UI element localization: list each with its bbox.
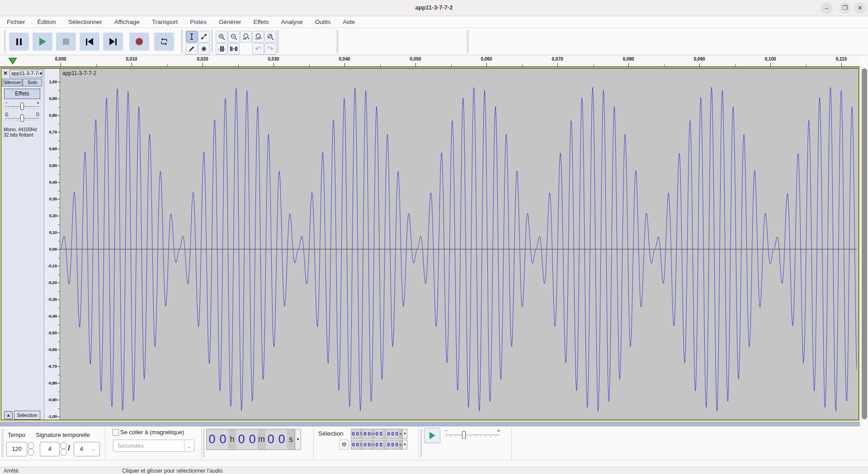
selection-start-digit[interactable]: 0 bbox=[375, 429, 379, 438]
record-meter-grip[interactable] bbox=[336, 30, 339, 53]
restore-icon[interactable]: ❐ bbox=[839, 2, 851, 14]
horizontal-scrollbar[interactable] bbox=[0, 422, 860, 427]
selection-end-digit[interactable]: 0 bbox=[351, 440, 355, 449]
time-signature-grip[interactable] bbox=[1, 429, 4, 457]
selection-start-digit[interactable]: 0 bbox=[351, 429, 355, 438]
selection-end-digit[interactable]: 0 bbox=[379, 440, 383, 449]
pan-slider-thumb[interactable] bbox=[20, 114, 24, 122]
gain-slider-thumb[interactable] bbox=[20, 103, 24, 110]
fit-project-button[interactable] bbox=[252, 31, 264, 43]
selection-end-unit[interactable]: s bbox=[399, 440, 402, 449]
track-close-icon[interactable]: ✕ bbox=[3, 70, 8, 76]
selection-end-digit[interactable]: 0 bbox=[367, 440, 371, 449]
selection-start-digit[interactable]: 0 bbox=[379, 429, 383, 438]
selection-end-digit[interactable]: 0 bbox=[391, 440, 395, 449]
undo-button[interactable]: ↶ bbox=[252, 43, 264, 55]
time-display-digit[interactable]: 0 bbox=[217, 429, 228, 450]
time-display-caret-icon[interactable]: ▾ bbox=[295, 429, 301, 450]
selection-tool-button[interactable] bbox=[186, 31, 198, 43]
snap-checkbox[interactable] bbox=[113, 429, 119, 436]
menu-transport[interactable]: Transport bbox=[152, 19, 178, 25]
transport-grip[interactable] bbox=[4, 30, 6, 53]
selection-start-digit[interactable]: 0 bbox=[367, 429, 371, 438]
effects-button[interactable]: Effets bbox=[4, 89, 40, 99]
selection-start-unit[interactable]: h bbox=[359, 429, 363, 438]
timesig-spin-down[interactable] bbox=[61, 449, 66, 455]
selection-start-unit[interactable]: m bbox=[371, 429, 375, 438]
menu-outils[interactable]: Outils bbox=[315, 19, 331, 25]
time-toolbar-grip[interactable] bbox=[203, 429, 205, 457]
timesig-lower-select[interactable]: 4 ⌄ bbox=[74, 442, 100, 456]
tempo-spin-up[interactable] bbox=[28, 442, 34, 449]
speed-slider-thumb[interactable] bbox=[462, 431, 466, 439]
play-at-speed-grip[interactable] bbox=[420, 429, 422, 457]
selection-start-digit[interactable]: 0 bbox=[387, 429, 391, 438]
time-display-digit[interactable]: 0 bbox=[265, 429, 276, 450]
vertical-ruler[interactable]: 1,000,900,800,700,600,500,400,300,200,10… bbox=[44, 69, 60, 420]
zoom-in-button[interactable] bbox=[216, 31, 227, 43]
pause-button[interactable] bbox=[9, 33, 29, 51]
timesig-spin-up[interactable] bbox=[61, 442, 66, 449]
play-meter-grip[interactable] bbox=[467, 30, 469, 53]
stop-button[interactable] bbox=[56, 33, 76, 51]
selection-end-digit[interactable]: 0 bbox=[375, 440, 379, 449]
selection-start-unit[interactable]: s bbox=[399, 429, 402, 438]
edit-toolbar-grip[interactable] bbox=[211, 30, 213, 53]
play-button[interactable] bbox=[33, 33, 52, 51]
time-display[interactable]: 00h00m00s▾ bbox=[206, 429, 301, 450]
record-button[interactable] bbox=[129, 33, 149, 51]
selection-end-digit[interactable]: 0 bbox=[395, 440, 399, 449]
zoom-out-button[interactable] bbox=[228, 31, 240, 43]
mute-button[interactable]: Silencer bbox=[2, 79, 22, 86]
selection-end-caret-icon[interactable]: ▾ bbox=[402, 440, 407, 449]
selection-start-digit[interactable]: 0 bbox=[363, 429, 367, 438]
multi-tool-button[interactable] bbox=[198, 43, 210, 55]
collapse-track-button[interactable]: ▲ bbox=[4, 411, 13, 419]
waveform-view[interactable]: app11-3-7-7-2 bbox=[60, 69, 859, 420]
zoom-to-selection-button[interactable] bbox=[240, 31, 252, 43]
selection-end-unit[interactable]: h bbox=[359, 440, 363, 449]
menu-affichage[interactable]: Affichage bbox=[114, 19, 140, 25]
pan-slider[interactable]: G D bbox=[4, 112, 40, 122]
time-display-digit[interactable]: 0 bbox=[207, 429, 217, 450]
audio-setup-grip[interactable] bbox=[277, 30, 279, 53]
time-display-unit[interactable]: m bbox=[258, 429, 265, 450]
pinned-play-head-icon[interactable] bbox=[8, 57, 17, 65]
menu-generer[interactable]: Générer bbox=[219, 19, 241, 25]
time-display-unit[interactable]: h bbox=[228, 429, 236, 450]
tools-grip[interactable] bbox=[181, 30, 183, 53]
tempo-spin-down[interactable] bbox=[28, 449, 34, 455]
selection-start-unit[interactable]: . bbox=[383, 429, 387, 438]
draw-tool-button[interactable] bbox=[186, 43, 198, 55]
selection-settings-button[interactable]: ⚙ bbox=[339, 440, 349, 450]
tempo-input[interactable]: 120 bbox=[6, 442, 27, 456]
menu-edition[interactable]: Édition bbox=[38, 19, 56, 25]
play-at-speed-button[interactable] bbox=[424, 428, 440, 443]
vertical-scrollbar[interactable] bbox=[860, 67, 868, 421]
zoom-toggle-button[interactable] bbox=[264, 31, 276, 43]
selection-end-unit[interactable]: . bbox=[383, 440, 387, 449]
selection-start-digit[interactable]: 0 bbox=[391, 429, 395, 438]
close-icon[interactable]: ✕ bbox=[854, 2, 866, 14]
trim-audio-button[interactable] bbox=[216, 43, 227, 55]
solo-button[interactable]: Solo bbox=[23, 79, 42, 86]
speed-slider[interactable]: − + bbox=[445, 428, 500, 442]
time-display-digit[interactable]: 0 bbox=[236, 429, 247, 450]
vertical-scrollbar-thumb[interactable] bbox=[862, 68, 867, 419]
skip-to-start-button[interactable] bbox=[80, 33, 99, 51]
time-display-digit[interactable]: 0 bbox=[247, 429, 258, 450]
selection-end-unit[interactable]: m bbox=[371, 440, 375, 449]
menu-selectionner[interactable]: Sélectionner bbox=[68, 19, 102, 25]
selection-end-digit[interactable]: 0 bbox=[363, 440, 367, 449]
track-select-button[interactable]: Sélection bbox=[14, 411, 40, 420]
envelope-tool-button[interactable] bbox=[198, 31, 210, 43]
time-display-digit[interactable]: 0 bbox=[276, 429, 287, 450]
skip-to-end-button[interactable] bbox=[103, 33, 123, 51]
menu-aide[interactable]: Aide bbox=[343, 19, 355, 25]
selection-start-digit[interactable]: 0 bbox=[355, 429, 359, 438]
time-display-unit[interactable]: s bbox=[287, 429, 295, 450]
menu-analyse[interactable]: Analyse bbox=[281, 19, 303, 25]
selection-start-caret-icon[interactable]: ▾ bbox=[402, 429, 407, 438]
minimize-icon[interactable]: – bbox=[821, 2, 832, 14]
selection-start-digit[interactable]: 0 bbox=[395, 429, 399, 438]
